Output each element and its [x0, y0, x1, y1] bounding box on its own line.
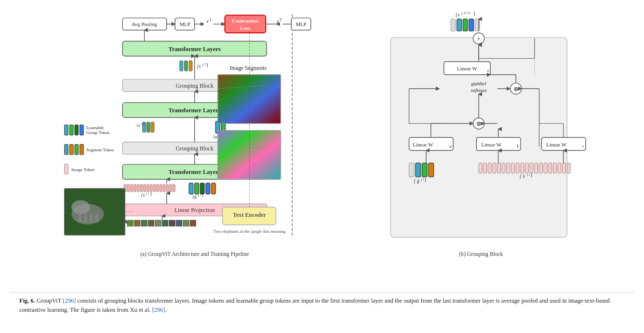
svg-rect-30 — [127, 185, 130, 192]
svg-rect-145 — [544, 163, 547, 173]
svg-rect-83 — [75, 125, 79, 135]
svg-rect-59 — [169, 220, 175, 226]
svg-rect-135 — [497, 163, 501, 173]
svg-rect-46 — [195, 183, 199, 194]
g1-sub: i — [198, 194, 199, 198]
svg-rect-149 — [563, 163, 566, 173]
svg-rect-93 — [463, 19, 468, 31]
svg-rect-69 — [90, 214, 93, 222]
transformer-layers-mid-label: Transformer Layers — [169, 107, 221, 114]
s2-sub: i — [140, 122, 141, 126]
svg-rect-43 — [170, 185, 172, 192]
svg-rect-88 — [80, 145, 84, 155]
linear-projection-label: Linear Projection — [174, 207, 215, 213]
svg-rect-140 — [521, 163, 524, 173]
svg-rect-84 — [80, 125, 84, 135]
svg-rect-70 — [95, 214, 98, 222]
svg-rect-137 — [507, 163, 510, 173]
mlp-right-label: MLP — [296, 22, 307, 27]
left-diagram-svg: Avg Pooling MLP z I Contrastive Loss — [50, 10, 358, 270]
transformer-layers-top-label: Transformer Layers — [169, 46, 221, 53]
right-diagram-svg: {s i (l+1) } + Linear W o — [368, 10, 594, 270]
svg-rect-81 — [65, 125, 68, 135]
plus-op: + — [477, 35, 481, 42]
svg-rect-141 — [525, 163, 529, 173]
svg-rect-134 — [493, 163, 496, 173]
grouping-block-bot-label: Grouping Block — [176, 145, 214, 152]
svg-rect-39 — [157, 185, 159, 192]
svg-rect-146 — [549, 163, 552, 173]
s2-close: } — [143, 121, 145, 126]
mlp-left-label: MLP — [180, 22, 190, 27]
transformer-layers-bot-label: Transformer Layers — [169, 169, 221, 175]
grouping-block-top-label: Grouping Block — [176, 82, 214, 89]
svg-rect-133 — [488, 163, 491, 173]
g-in-sub: i — [421, 178, 422, 182]
linear-wq-sub: q — [449, 144, 452, 148]
linear-wo-label: Linear W — [457, 66, 477, 71]
figure-container: Avg Pooling MLP z I Contrastive Loss — [10, 5, 634, 315]
right-caption-label: (b) Grouping Block — [459, 251, 503, 257]
svg-rect-132 — [483, 163, 487, 173]
z-T-super: T — [280, 18, 282, 22]
ref1: [296] — [63, 297, 76, 304]
g1-sup: 1 — [200, 193, 201, 196]
svg-rect-127 — [416, 163, 421, 177]
svg-rect-82 — [69, 125, 73, 135]
g1-close: } — [201, 192, 204, 198]
svg-rect-34 — [140, 185, 143, 192]
svg-rect-147 — [553, 163, 556, 173]
right-diagram: {s i (l+1) } + Linear W o — [363, 5, 599, 286]
s3-close: } — [206, 62, 209, 67]
legend-learnable-label2: Group Token — [86, 130, 110, 135]
svg-rect-126 — [409, 163, 415, 177]
s-out-sup: (l+1) — [464, 11, 470, 15]
svg-rect-21 — [147, 122, 150, 132]
svg-point-66 — [71, 200, 90, 214]
svg-rect-33 — [137, 185, 139, 192]
svg-rect-55 — [141, 220, 148, 226]
z-I-label: z — [206, 18, 209, 24]
s3-label: {s — [197, 64, 201, 69]
svg-rect-92 — [457, 19, 462, 31]
svg-rect-36 — [147, 185, 149, 192]
svg-rect-31 — [131, 185, 133, 192]
svg-rect-148 — [558, 163, 561, 173]
svg-rect-57 — [155, 220, 161, 226]
s-out-label: {s — [456, 12, 459, 17]
s-in-sub: i — [527, 173, 528, 177]
s3-sub: i — [202, 63, 203, 67]
s1-sup: 1 — [148, 191, 149, 195]
svg-rect-53 — [127, 220, 134, 226]
svg-rect-143 — [535, 163, 538, 173]
svg-rect-87 — [75, 145, 79, 155]
svg-rect-40 — [160, 185, 162, 192]
s-in-close: } — [530, 172, 533, 177]
g-in-label: { — [414, 178, 416, 184]
g-in-sup: l — [423, 177, 424, 181]
s-out-close: } — [473, 11, 476, 16]
s2-label: {s — [136, 123, 140, 128]
svg-rect-131 — [479, 163, 482, 173]
svg-rect-13 — [185, 61, 188, 71]
svg-rect-60 — [176, 220, 182, 226]
avg-pooling-label: Avg Pooling — [132, 22, 158, 27]
svg-rect-62 — [190, 220, 196, 226]
svg-rect-91 — [451, 19, 456, 31]
svg-rect-58 — [162, 220, 168, 226]
times-op-bot: ⊗ — [476, 120, 482, 127]
fig-caption-text: GroupViT [296] consists of grouping bloc… — [19, 297, 610, 313]
svg-rect-136 — [502, 163, 505, 173]
svg-rect-35 — [144, 185, 146, 192]
svg-rect-86 — [69, 145, 73, 155]
contrastive-loss-label: Contrastive — [232, 18, 258, 24]
s1-label: {s — [141, 192, 145, 198]
svg-rect-56 — [148, 220, 154, 226]
svg-rect-150 — [567, 163, 570, 173]
svg-rect-22 — [151, 122, 154, 132]
legend-image-label: Image Token — [71, 167, 94, 172]
s-out-sub: i — [462, 12, 463, 16]
s-in-sup: l — [529, 173, 530, 176]
fig-caption: Fig. 6. GroupViT [296] consists of group… — [10, 292, 634, 315]
svg-rect-32 — [134, 185, 136, 192]
